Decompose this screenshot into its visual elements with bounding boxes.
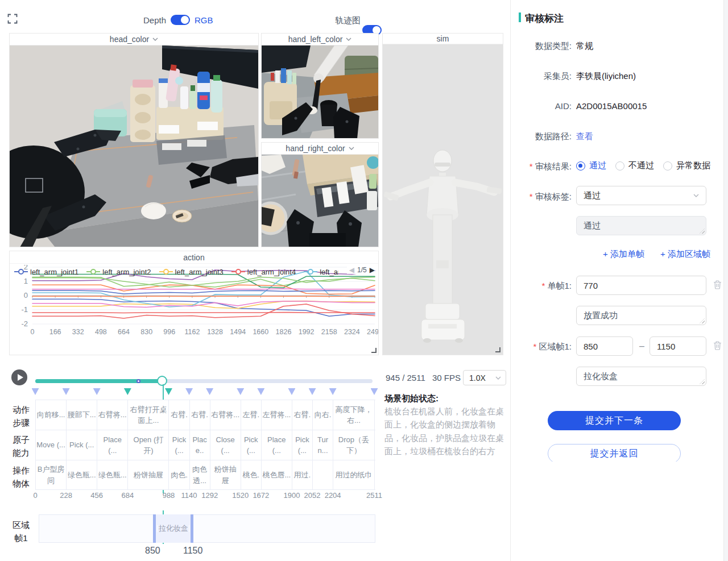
object-cell[interactable]: 桃色唇... <box>262 460 292 489</box>
sim-resize-handle[interactable] <box>495 347 500 352</box>
skill-cell[interactable]: Close (... <box>210 430 241 460</box>
sim-viewport[interactable] <box>383 44 503 355</box>
depth-rgb-toggle[interactable] <box>171 15 190 25</box>
step-cell[interactable]: 右臂. <box>292 400 313 430</box>
review-result-option[interactable]: 通过 <box>576 160 606 171</box>
submit-next-button[interactable]: 提交并下一条 <box>548 411 681 430</box>
step-cell[interactable]: 右臂将... <box>210 400 241 430</box>
skill-cell[interactable]: Open (打开) <box>128 430 169 460</box>
scrollbar-track[interactable] <box>723 0 728 561</box>
object-cell[interactable] <box>313 460 333 489</box>
frame-marker[interactable] <box>165 388 172 395</box>
step-cell[interactable]: 右臂. <box>190 400 210 430</box>
frame-marker[interactable] <box>309 388 316 395</box>
skill-cell[interactable]: Pick (... <box>292 430 313 460</box>
axis-tick-label: 1520 <box>232 491 249 500</box>
delete-single-frame-icon[interactable] <box>713 280 722 289</box>
frame-marker[interactable] <box>32 388 39 395</box>
frame-marker[interactable] <box>371 388 378 395</box>
radio-label: 异常数据 <box>676 160 710 171</box>
review-tag-note[interactable]: 通过 <box>576 216 706 235</box>
segment-handle-right[interactable] <box>189 525 189 532</box>
skill-cell[interactable]: Move (... <box>36 430 67 460</box>
review-result-option[interactable]: 异常数据 <box>663 160 710 171</box>
svg-text:1826: 1826 <box>276 328 292 336</box>
radio-selected-icon[interactable] <box>576 161 585 171</box>
step-cell[interactable]: 高度下降，右... <box>333 400 375 430</box>
skill-cell[interactable]: Pick (... <box>241 430 262 460</box>
skill-cell[interactable]: Place (... <box>97 430 128 460</box>
legend-item[interactable]: left_arm_joint3 <box>159 268 224 276</box>
frame-marker[interactable] <box>237 388 244 395</box>
region-end-input[interactable]: 1150 <box>650 336 706 356</box>
object-cell[interactable]: B户型房间 <box>36 460 67 489</box>
step-cell[interactable]: 向右. <box>313 400 333 430</box>
review-tag-select[interactable]: 通过 <box>576 186 706 205</box>
frame-marker[interactable] <box>185 388 193 395</box>
frame-marker[interactable] <box>329 388 337 395</box>
step-cell[interactable]: 向前移... <box>36 400 67 430</box>
region-segment[interactable]: 拉化妆盒 <box>153 514 193 543</box>
object-cell[interactable]: 桃色. <box>241 460 262 489</box>
axis-tick-label: 228 <box>60 491 72 500</box>
radio-icon[interactable] <box>663 161 672 171</box>
step-cell[interactable]: 右臂将... <box>97 400 128 430</box>
single-frame-input[interactable]: 770 <box>576 276 706 295</box>
object-cell[interactable]: 绿色瓶... <box>97 460 128 489</box>
single-frame-desc[interactable]: 放置成功 <box>576 306 706 325</box>
region-frame-desc[interactable]: 拉化妆盒 <box>576 367 706 386</box>
chart-resize-handle[interactable] <box>371 348 377 353</box>
step-cell[interactable]: 左臂. <box>241 400 262 430</box>
hand-right-camera-header[interactable]: hand_right_color <box>262 143 378 155</box>
delete-region-frame-icon[interactable] <box>713 341 722 350</box>
review-result-option[interactable]: 不通过 <box>615 160 654 171</box>
skill-cell[interactable]: Turn... <box>313 430 333 460</box>
frame-marker[interactable] <box>124 388 131 395</box>
step-cell[interactable]: 右臂. <box>169 400 189 430</box>
add-region-frame-link[interactable]: + 添加区域帧 <box>660 249 710 260</box>
step-cell[interactable]: 左臂将... <box>262 400 292 430</box>
object-cell[interactable]: 用过. <box>292 460 313 489</box>
region-band[interactable]: 拉化妆盒 <box>39 514 375 543</box>
speed-select[interactable]: 1.0X <box>463 370 506 385</box>
frame-marker[interactable] <box>206 388 213 395</box>
frame-marker[interactable] <box>93 388 101 395</box>
frame-marker[interactable] <box>288 388 295 395</box>
skill-cell[interactable]: Place.. <box>190 430 210 460</box>
object-cell[interactable]: 肉色透... <box>190 460 210 489</box>
frame-marker[interactable] <box>257 388 264 395</box>
step-cell[interactable]: 腰部下... <box>67 400 97 430</box>
object-cell[interactable]: 粉饼抽屉 <box>210 460 241 489</box>
object-cell[interactable]: 肉色. <box>169 460 189 489</box>
radio-icon[interactable] <box>615 161 624 171</box>
skill-cell[interactable]: Pick (... <box>169 430 189 460</box>
step-cell[interactable]: 右臂打开桌面上... <box>128 400 169 430</box>
segment-handle-left[interactable] <box>157 525 158 532</box>
hand-left-camera-header[interactable]: hand_left_color <box>262 34 378 45</box>
fullscreen-icon[interactable] <box>7 14 18 24</box>
legend-prev-icon[interactable]: ◀ <box>349 266 354 274</box>
sim-panel: sim <box>382 33 503 355</box>
region-start-input[interactable]: 850 <box>576 336 633 356</box>
axis-tick-label: 2511 <box>366 491 382 500</box>
timeline-slider[interactable] <box>35 379 373 383</box>
legend-next-icon[interactable]: ▶ <box>370 266 375 274</box>
legend-item[interactable]: left_arm_joint1 <box>14 268 78 276</box>
view-link[interactable]: 查看 <box>576 131 593 142</box>
submit-back-button[interactable]: 提交并返回 <box>548 444 681 462</box>
object-cell[interactable]: 粉饼抽屉 <box>128 460 169 489</box>
legend-item[interactable]: left_arm_joint5 <box>304 268 338 276</box>
skill-cell[interactable]: Place (... <box>262 430 292 460</box>
add-single-frame-link[interactable]: + 添加单帧 <box>603 249 644 260</box>
legend-item[interactable]: left_arm_joint2 <box>86 268 151 276</box>
frame-marker[interactable] <box>63 388 70 395</box>
object-cell[interactable]: 用过的纸巾 <box>333 460 375 489</box>
legend-item[interactable]: left_arm_joint4 <box>231 268 296 276</box>
play-button[interactable] <box>11 369 27 385</box>
svg-text:2158: 2158 <box>321 328 337 336</box>
slider-handle[interactable] <box>157 376 167 386</box>
head-camera-header[interactable]: head_color <box>10 34 258 45</box>
skill-cell[interactable]: Drop（丢下） <box>333 430 375 460</box>
skill-cell[interactable]: Pick (... <box>67 430 97 460</box>
object-cell[interactable]: 绿色瓶... <box>67 460 97 489</box>
